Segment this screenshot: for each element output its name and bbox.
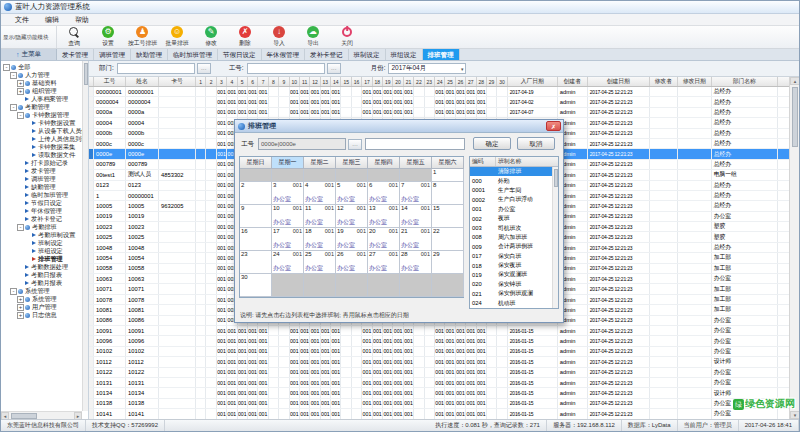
shift-list-item[interactable]: 018保安夜班 bbox=[470, 261, 558, 270]
dialog-empno-input[interactable] bbox=[258, 138, 346, 150]
scrollbar-thumb[interactable] bbox=[792, 87, 798, 147]
shift-list-item[interactable]: 0001生产车间 bbox=[470, 186, 558, 195]
col-header-modifier[interactable]: 修改者 bbox=[650, 77, 678, 86]
calendar-day-cell[interactable]: 27001办公室 bbox=[368, 251, 400, 274]
scrollbar-thumb[interactable] bbox=[554, 169, 558, 187]
menu-item[interactable]: 帮助 bbox=[67, 14, 97, 26]
calendar-day-cell[interactable]: 5001办公室 bbox=[336, 182, 368, 205]
col-header-day[interactable]: 22 bbox=[414, 77, 424, 86]
calendar-day-cell[interactable]: 2 bbox=[240, 182, 272, 205]
calendar-day-cell[interactable]: 16 bbox=[240, 228, 272, 251]
toolbar-button-search[interactable]: 查询 bbox=[57, 26, 91, 48]
weekday-header[interactable]: 星期六 bbox=[432, 157, 464, 169]
calendar-day-cell[interactable]: 10001办公室 bbox=[272, 205, 304, 228]
tree-expand-toggle[interactable]: + bbox=[17, 304, 24, 311]
table-row[interactable]: 0000a0000a001001001001001001001001001001… bbox=[89, 108, 789, 118]
table-row[interactable]: 1009110091001001001001001001001001001001… bbox=[89, 326, 789, 336]
toolbar-button-import[interactable]: ↓导入 bbox=[262, 26, 296, 48]
calendar-day-cell[interactable]: 21001办公室 bbox=[400, 228, 432, 251]
shift-list-item[interactable]: 019保安观澜班 bbox=[470, 270, 558, 279]
tree-expand-toggle[interactable]: + bbox=[17, 88, 24, 95]
col-header-created[interactable]: 创建日期 bbox=[588, 77, 650, 86]
tab-8[interactable]: 班制设定 bbox=[349, 49, 386, 60]
ok-button[interactable]: 确定 bbox=[473, 137, 511, 150]
calendar-day-cell[interactable]: 7001办公室 bbox=[400, 182, 432, 205]
calendar-day-cell[interactable]: 19001办公室 bbox=[336, 228, 368, 251]
weekday-header[interactable]: 星期三 bbox=[336, 157, 368, 169]
dept-filter-input[interactable] bbox=[117, 63, 195, 74]
calendar-day-cell[interactable]: 15 bbox=[432, 205, 464, 228]
col-header-day[interactable]: 8 bbox=[269, 77, 279, 86]
table-row[interactable]: 1009610096001001001001001001001001001001… bbox=[89, 336, 789, 346]
calendar-day-cell[interactable]: 23 bbox=[240, 251, 272, 274]
cancel-button[interactable]: 取消 bbox=[517, 137, 555, 150]
calendar-day-cell[interactable]: 28001办公室 bbox=[400, 251, 432, 274]
toolbar-button-export[interactable]: ☁导出 bbox=[296, 26, 330, 48]
tab-1[interactable]: 发卡管理 bbox=[57, 49, 94, 60]
shift-list-item[interactable]: 0002生产白班浮动 bbox=[470, 195, 558, 204]
calendar-day-cell[interactable]: 13001办公室 bbox=[368, 205, 400, 228]
calendar-day-cell[interactable]: 25001办公室 bbox=[304, 251, 336, 274]
col-header-day[interactable]: 4 bbox=[227, 77, 237, 86]
scroll-down-arrow[interactable]: ▾ bbox=[790, 411, 800, 419]
col-header-day[interactable]: 7 bbox=[258, 77, 268, 86]
col-header-day[interactable]: 6 bbox=[248, 77, 258, 86]
tree-expand-toggle[interactable]: - bbox=[10, 104, 17, 111]
shift-list-item[interactable]: 009会计两班倒班 bbox=[470, 242, 558, 251]
toolbar-button-person[interactable]: ♟按工号排班 bbox=[125, 26, 160, 48]
shift-list-scrollbar[interactable] bbox=[552, 167, 558, 308]
tab-4[interactable]: 临时加班管理 bbox=[168, 49, 218, 60]
shift-list-item[interactable]: 024机动班 bbox=[470, 298, 558, 307]
tree-expand-toggle[interactable]: + bbox=[17, 312, 24, 319]
calendar-day-cell[interactable]: 1 bbox=[432, 169, 464, 182]
col-header-card[interactable]: 卡号 bbox=[159, 77, 196, 86]
col-header-day[interactable]: 23 bbox=[425, 77, 435, 86]
tab-5[interactable]: 节假日设定 bbox=[218, 49, 262, 60]
table-row[interactable]: 0000000100000001001001001001001001001001… bbox=[89, 87, 789, 97]
calendar-day-cell[interactable]: 30 bbox=[240, 274, 272, 297]
calendar-day-cell[interactable]: 4001办公室 bbox=[304, 182, 336, 205]
col-header-day[interactable]: 16 bbox=[352, 77, 362, 86]
tab-7[interactable]: 发补卡登记 bbox=[305, 49, 349, 60]
dialog-browse-button[interactable]: … bbox=[348, 139, 362, 150]
calendar-day-cell[interactable]: 22 bbox=[432, 228, 464, 251]
toolbar-button-people[interactable]: ☺批量排班 bbox=[160, 26, 194, 48]
col-header-day[interactable]: 10 bbox=[290, 77, 300, 86]
calendar-day-cell[interactable]: 8 bbox=[432, 182, 464, 205]
scroll-left-arrow[interactable]: ◂ bbox=[1, 412, 9, 420]
tree-expand-toggle[interactable]: + bbox=[17, 296, 24, 303]
calendar-day-cell[interactable]: 11001办公室 bbox=[304, 205, 336, 228]
shift-list-item[interactable]: 008周六加班班 bbox=[470, 233, 558, 242]
toggle-modules-button[interactable]: 显示/隐藏功能模块 bbox=[1, 26, 57, 48]
dialog-empname-input[interactable] bbox=[365, 138, 465, 150]
calendar-day-cell[interactable]: 29 bbox=[432, 251, 464, 274]
col-header-day[interactable]: 25 bbox=[445, 77, 455, 86]
scroll-up-arrow[interactable]: ▴ bbox=[790, 77, 800, 85]
menu-item[interactable]: 文件 bbox=[7, 14, 37, 26]
col-header-day[interactable]: 26 bbox=[456, 77, 466, 86]
tree-expand-toggle[interactable]: - bbox=[3, 64, 10, 71]
scrollbar-thumb[interactable] bbox=[84, 63, 88, 85]
tree-item[interactable]: +日志信息 bbox=[1, 311, 82, 319]
scroll-right-arrow[interactable]: ▸ bbox=[74, 412, 82, 420]
weekday-header[interactable]: 星期日 bbox=[240, 157, 272, 169]
col-header-day[interactable]: 15 bbox=[341, 77, 351, 86]
tree-expand-toggle[interactable]: + bbox=[17, 80, 24, 87]
shift-list-item[interactable]: 020保安钟班 bbox=[470, 280, 558, 289]
tree-expand-toggle[interactable]: - bbox=[10, 72, 17, 79]
calendar-day-cell[interactable]: 26001办公室 bbox=[336, 251, 368, 274]
col-header-id[interactable]: 工号 bbox=[94, 77, 126, 86]
calendar-day-cell[interactable]: 9 bbox=[240, 205, 272, 228]
shift-list-item[interactable]: 000外勤 bbox=[470, 176, 558, 185]
col-header-day[interactable]: 30 bbox=[497, 77, 507, 86]
month-select[interactable]: 2017年04月 ▾ bbox=[388, 63, 466, 74]
tab-10[interactable]: 排班管理 bbox=[423, 49, 460, 60]
col-header-dept[interactable]: 部门名称 bbox=[712, 77, 778, 86]
menu-item[interactable]: 编辑 bbox=[37, 14, 67, 26]
shift-list-item[interactable]: 001办公室 bbox=[470, 205, 558, 214]
shift-list-item[interactable]: 003司机班次 bbox=[470, 223, 558, 232]
empno-browse-button[interactable]: … bbox=[327, 63, 341, 74]
shift-list-item[interactable]: 017保安白班 bbox=[470, 252, 558, 261]
col-header-day[interactable]: 24 bbox=[435, 77, 445, 86]
col-header-day[interactable]: 21 bbox=[404, 77, 414, 86]
